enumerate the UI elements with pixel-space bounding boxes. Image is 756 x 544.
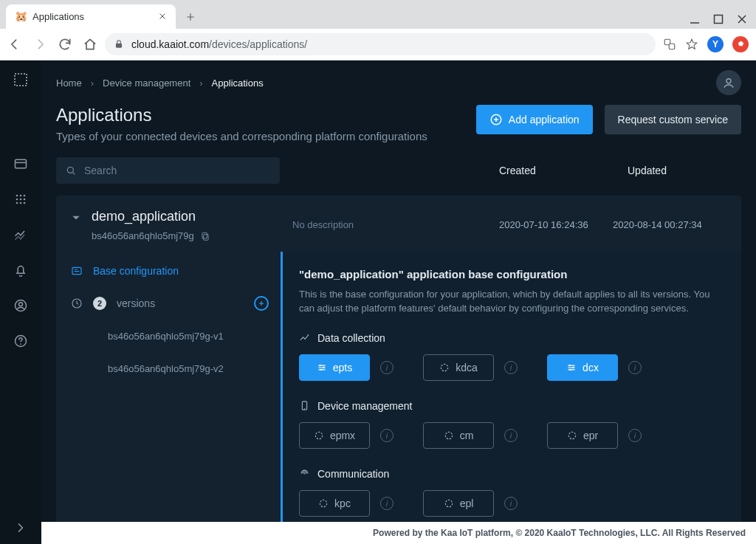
chip-label: epr: [583, 430, 598, 441]
svg-rect-0: [715, 15, 723, 23]
svg-point-37: [568, 432, 575, 438]
side-rail: [0, 61, 41, 544]
reload-button[interactable]: [58, 37, 72, 52]
service-chip-kpc[interactable]: kpc: [299, 490, 370, 517]
svg-rect-4: [15, 74, 27, 86]
new-tab-button[interactable]: [180, 7, 201, 27]
tree-base-config[interactable]: Base configuration: [56, 255, 281, 287]
chip-row: epmxicmiepri: [299, 422, 725, 449]
chip-label: epl: [460, 497, 474, 509]
svg-point-14: [24, 202, 26, 204]
nav-user-icon[interactable]: [13, 298, 28, 313]
tree-versions[interactable]: 2 versions: [56, 287, 281, 320]
app-logo-icon[interactable]: [13, 72, 28, 87]
chevron-right-icon: ›: [199, 78, 202, 89]
add-version-button[interactable]: [254, 296, 269, 311]
close-window-button[interactable]: [737, 14, 747, 24]
info-icon[interactable]: i: [628, 429, 642, 442]
search-box[interactable]: [56, 157, 280, 184]
ring-icon: [439, 362, 450, 373]
nav-dashboard-icon[interactable]: [13, 156, 28, 171]
maximize-button[interactable]: [713, 14, 724, 24]
service-chip-cm[interactable]: cm: [423, 422, 494, 449]
home-button[interactable]: [83, 37, 97, 52]
info-icon[interactable]: i: [380, 361, 394, 374]
config-title: "demo_application" application base conf…: [299, 268, 725, 280]
svg-rect-1: [116, 44, 122, 48]
section-icon: [299, 468, 310, 479]
section-head: Device management: [299, 400, 725, 412]
info-icon[interactable]: i: [628, 361, 642, 374]
chip-col: epri: [547, 422, 642, 449]
service-chip-dcx[interactable]: dcx: [547, 354, 618, 381]
ring-icon: [444, 498, 454, 509]
service-chip-epmx[interactable]: epmx: [299, 422, 370, 449]
svg-point-19: [726, 79, 731, 83]
section-icon: [299, 400, 310, 411]
copy-icon[interactable]: [200, 231, 210, 241]
service-chip-epl[interactable]: epl: [423, 490, 494, 517]
info-icon[interactable]: i: [504, 497, 518, 510]
back-button[interactable]: [7, 37, 22, 52]
config-desc: This is the base configuration for your …: [299, 288, 725, 316]
page-title: Applications: [56, 105, 427, 125]
minimize-button[interactable]: [690, 14, 700, 24]
info-icon[interactable]: i: [380, 429, 394, 442]
chip-col: kpci: [299, 490, 394, 517]
info-icon[interactable]: i: [380, 497, 394, 510]
app-updated: 2020-08-14 00:27:34: [613, 209, 726, 230]
svg-point-6: [16, 195, 18, 197]
browser-tab[interactable]: 🐹 Applications: [6, 4, 176, 29]
nav-bell-icon[interactable]: [13, 263, 28, 278]
page-header: Applications Types of your connected dev…: [41, 105, 756, 157]
forward-button[interactable]: [32, 37, 47, 52]
svg-point-36: [445, 432, 452, 438]
collapse-icon[interactable]: [71, 213, 81, 223]
svg-point-16: [19, 303, 23, 306]
translate-icon[interactable]: [663, 38, 676, 51]
tree-version-2[interactable]: bs46o56an6qhlo5mj79g-v2: [56, 352, 281, 385]
profile-avatar[interactable]: Y: [707, 36, 724, 52]
request-service-button[interactable]: Request custom service: [605, 105, 741, 134]
tree-base-label: Base configuration: [93, 265, 269, 277]
svg-point-29: [441, 364, 448, 371]
bookmark-button[interactable]: [685, 38, 698, 51]
application-row[interactable]: demo_application bs46o56an6qhlo5mj79g No…: [56, 196, 741, 252]
nav-trend-icon[interactable]: [13, 227, 28, 242]
svg-rect-23: [202, 233, 207, 238]
ring-icon: [318, 498, 329, 509]
url-field[interactable]: cloud.kaaiot.com/devices/applications/: [105, 33, 656, 55]
nav-grid-icon[interactable]: [13, 192, 28, 207]
nav-help-icon[interactable]: [13, 334, 28, 348]
app-root: Home › Device management › Applications …: [0, 61, 756, 544]
svg-point-35: [315, 432, 322, 438]
service-chip-epr[interactable]: epr: [547, 422, 618, 449]
service-chip-epts[interactable]: epts: [299, 354, 370, 381]
chevron-right-icon: ›: [91, 78, 94, 89]
ring-icon: [567, 430, 577, 441]
chip-col: epli: [423, 490, 518, 517]
user-avatar-circle[interactable]: [716, 70, 741, 95]
search-input[interactable]: [84, 165, 271, 176]
service-chip-kdca[interactable]: kdca: [423, 354, 494, 381]
breadcrumb-home[interactable]: Home: [56, 78, 82, 89]
tuner-icon: [317, 362, 327, 373]
rail-expand-icon[interactable]: [13, 520, 28, 535]
app-description: No description: [292, 209, 499, 230]
add-application-button[interactable]: Add application: [476, 105, 593, 134]
svg-point-34: [304, 408, 305, 409]
breadcrumb-device-mgmt[interactable]: Device management: [103, 78, 190, 89]
info-icon[interactable]: i: [504, 361, 518, 374]
app-name: demo_application: [92, 209, 210, 224]
breadcrumbs: Home › Device management › Applications: [56, 78, 264, 89]
extension-icon[interactable]: [732, 36, 749, 52]
tree-versions-label: versions: [117, 297, 244, 309]
section-head: Data collection: [299, 332, 725, 344]
browser-chrome: 🐹 Applications cloud.kaaiot.com/devices/…: [0, 0, 756, 61]
tab-close-button[interactable]: [157, 10, 168, 22]
tree-version-1[interactable]: bs46o56an6qhlo5mj79g-v1: [56, 320, 281, 352]
table-head: Created Updated: [41, 157, 756, 184]
info-icon[interactable]: i: [504, 429, 518, 442]
versions-count: 2: [93, 297, 106, 310]
config-section: Data collectioneptsikdcaidcxi: [299, 332, 725, 381]
